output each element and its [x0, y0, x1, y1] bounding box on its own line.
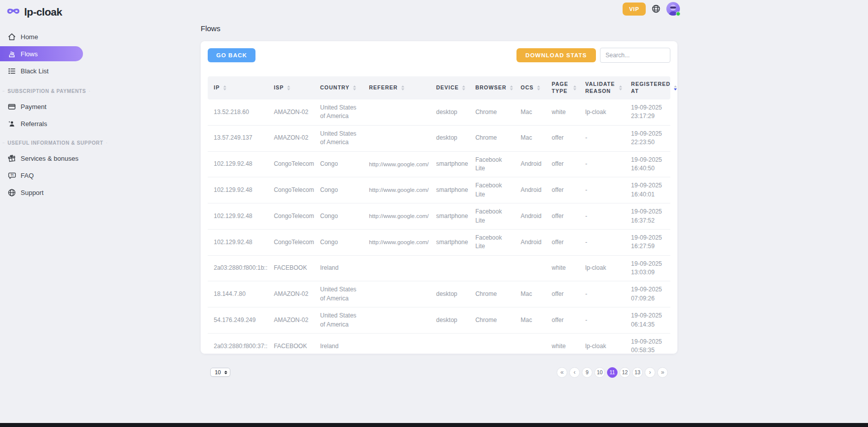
cell-browser: Chrome: [469, 125, 514, 151]
payment-icon: [7, 102, 16, 111]
pagination-bar: 10 «‹910111213›»: [208, 367, 670, 378]
last-page-button[interactable]: »: [657, 367, 668, 378]
cell-referer: [363, 99, 430, 125]
next-page-button[interactable]: ›: [645, 367, 655, 378]
online-status-dot: [676, 12, 680, 16]
cell-device: smartphone: [430, 203, 469, 230]
cell-device: desktop: [430, 307, 469, 334]
sidebar: lp-cloak HomeFlowsBlack ListSUBSCRIPTION…: [0, 0, 83, 423]
sort-icon: [619, 85, 622, 90]
cell-registered_at: 19-09-2025 16:37:52: [625, 203, 670, 230]
globe-icon[interactable]: [651, 4, 661, 14]
sort-icon: [537, 85, 540, 90]
cell-browser: [469, 255, 514, 281]
table-row: 2a03:2880:f800:37::FACEBOOKIrelandwhitel…: [208, 334, 670, 360]
cell-page_type: offer: [546, 177, 579, 203]
sidebar-item-faq[interactable]: ?!FAQ: [0, 169, 83, 182]
column-header-device[interactable]: DEVICE: [430, 76, 469, 99]
gift-icon: [7, 154, 16, 163]
cell-country: United States of America: [314, 125, 363, 151]
column-label: VALIDATE REASON: [585, 81, 616, 94]
sidebar-item-flows[interactable]: Flows: [0, 46, 83, 61]
user-avatar[interactable]: [666, 2, 680, 16]
page-size-select[interactable]: 10: [210, 368, 230, 377]
column-header-registered_at[interactable]: REGISTERED AT: [625, 76, 670, 99]
page-button-12[interactable]: 12: [620, 367, 630, 378]
cell-validate_reason: -: [579, 307, 625, 334]
page-button-9[interactable]: 9: [582, 367, 592, 378]
cell-country: Congo: [314, 229, 363, 255]
sidebar-item-black-list[interactable]: Black List: [0, 63, 83, 78]
vip-button[interactable]: VIP: [623, 3, 646, 16]
cell-ip: 18.144.7.80: [208, 281, 268, 307]
cell-browser: [469, 334, 514, 360]
column-label: COUNTRY: [320, 84, 350, 91]
cell-page_type: offer: [546, 203, 579, 230]
column-label: DEVICE: [436, 84, 459, 91]
column-header-browser[interactable]: BROWSER: [469, 76, 514, 99]
column-header-ip[interactable]: IP: [208, 76, 268, 99]
app-logo[interactable]: lp-cloak: [0, 0, 83, 18]
cell-ocs: Mac: [514, 307, 546, 334]
cell-registered_at: 19-09-2025 23:17:29: [625, 99, 670, 125]
cell-ip: 2a03:2880:f800:37::: [208, 334, 268, 360]
sidebar-item-payment[interactable]: Payment: [0, 100, 83, 113]
cell-validate_reason: lp-cloak: [579, 255, 625, 281]
column-header-ocs[interactable]: OCS: [514, 76, 546, 99]
cell-ip: 102.129.92.48: [208, 203, 268, 230]
sidebar-item-referrals[interactable]: Referrals: [0, 117, 83, 130]
cell-registered_at: 19-09-2025 06:14:35: [625, 307, 670, 334]
cell-page_type: white: [546, 255, 579, 281]
cell-ip: 2a03:2880:f800:1b::: [208, 255, 268, 281]
go-back-button[interactable]: GO BACK: [208, 48, 255, 62]
prev-page-button[interactable]: ‹: [569, 367, 580, 378]
sidebar-item-support[interactable]: Support: [0, 186, 83, 199]
table-row: 54.176.249.249AMAZON-02United States of …: [208, 307, 670, 334]
page-button-10[interactable]: 10: [594, 367, 605, 378]
cell-validate_reason: -: [579, 229, 625, 255]
cell-ocs: Mac: [514, 281, 546, 307]
cell-page_type: white: [546, 334, 579, 360]
cell-ocs: Android: [514, 203, 546, 230]
sidebar-item-services-bonuses[interactable]: Services & bonuses: [0, 152, 83, 165]
cell-registered_at: 19-09-2025 16:40:50: [625, 151, 670, 177]
page-size-value: 10: [215, 369, 221, 375]
download-stats-button[interactable]: DOWNLOAD STATS: [516, 48, 596, 62]
stepper-icon: [224, 371, 227, 374]
column-header-country[interactable]: COUNTRY: [314, 76, 363, 99]
cell-ocs: [514, 334, 546, 360]
cell-registered_at: 19-09-2025 13:03:09: [625, 255, 670, 281]
first-page-button[interactable]: «: [557, 367, 567, 378]
sidebar-item-label: Referrals: [21, 120, 47, 128]
sidebar-item-home[interactable]: Home: [0, 29, 83, 44]
cell-ip: 102.129.92.48: [208, 177, 268, 203]
cell-ip: 13.52.218.60: [208, 99, 268, 125]
blacklist-icon: [7, 66, 16, 75]
home-icon: [7, 32, 16, 41]
search-input[interactable]: [600, 48, 670, 63]
mask-logo-icon: [7, 7, 20, 17]
column-header-isp[interactable]: ISP: [268, 76, 314, 99]
column-header-page_type[interactable]: PAGE TYPE: [546, 76, 579, 99]
column-header-validate_reason[interactable]: VALIDATE REASON: [579, 76, 625, 99]
cell-browser: Facebook Lite: [469, 229, 514, 255]
cell-ip: 102.129.92.48: [208, 151, 268, 177]
page-button-11[interactable]: 11: [607, 367, 618, 378]
sidebar-item-label: Support: [21, 189, 44, 196]
cell-isp: AMAZON-02: [268, 99, 314, 125]
table-row: 102.129.92.48CongoTelecomCongohttp://www…: [208, 229, 670, 255]
table-row: 13.57.249.137AMAZON-02United States of A…: [208, 125, 670, 151]
cell-page_type: offer: [546, 229, 579, 255]
column-label: REGISTERED AT: [631, 81, 670, 94]
cell-validate_reason: -: [579, 177, 625, 203]
sort-icon: [510, 85, 513, 90]
cell-ip: 13.57.249.137: [208, 125, 268, 151]
page-button-13[interactable]: 13: [632, 367, 643, 378]
cell-ocs: Mac: [514, 125, 546, 151]
cell-referer: [363, 255, 430, 281]
column-header-referer[interactable]: REFERER: [363, 76, 430, 99]
table-body: 13.52.218.60AMAZON-02United States of Am…: [208, 99, 670, 359]
cell-country: Congo: [314, 151, 363, 177]
sidebar-nav: HomeFlowsBlack ListSUBSCRIPTION & PAYMEN…: [0, 29, 83, 199]
cell-referer: http://www.google.com/: [363, 177, 430, 203]
